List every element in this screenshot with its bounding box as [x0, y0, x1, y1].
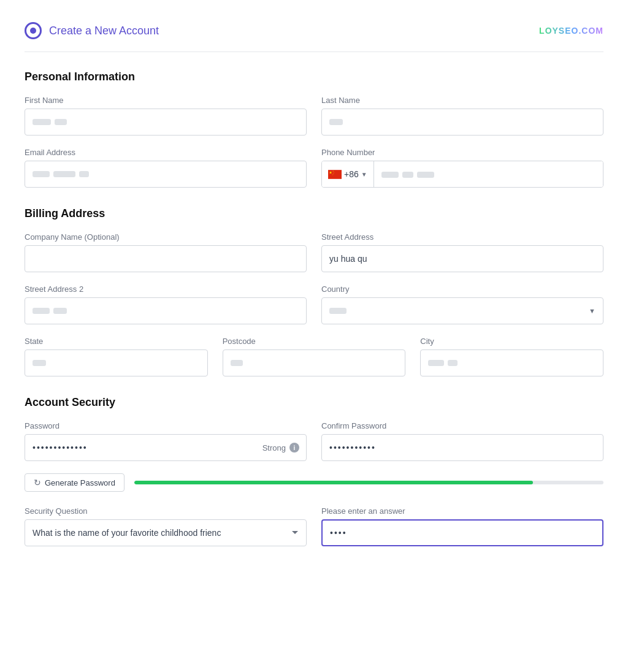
password-strength-indicator: Strong i [262, 443, 299, 452]
city-label: City [420, 337, 603, 346]
password-group: Password Strong i [25, 421, 307, 461]
phone-group: Phone Number +86 ▼ [321, 148, 603, 188]
street-label: Street Address [321, 232, 603, 242]
phone-label: Phone Number [321, 148, 603, 157]
phone-country-selector[interactable]: +86 ▼ [322, 161, 374, 187]
state-group: State [25, 337, 208, 376]
security-question-label: Security Question [25, 506, 307, 516]
security-question-row: Security Question What is the name of yo… [25, 506, 603, 546]
company-input[interactable] [25, 245, 307, 272]
password-row: Password Strong i Confirm Password [25, 421, 603, 461]
country-label: Country [321, 284, 603, 294]
svg-rect-0 [328, 170, 342, 179]
street2-input[interactable] [25, 297, 307, 324]
security-answer-input[interactable] [321, 519, 603, 546]
company-label: Company Name (Optional) [25, 232, 307, 242]
phone-field: +86 ▼ [321, 161, 603, 188]
city-group: City [420, 337, 603, 376]
security-question-select[interactable]: What is the name of your favorite childh… [25, 519, 307, 546]
account-icon [25, 22, 42, 39]
name-row: First Name Last Name [25, 96, 603, 136]
confirm-password-group: Confirm Password [321, 421, 603, 461]
email-input[interactable] [25, 161, 307, 188]
security-answer-group: Please enter an answer [321, 506, 603, 546]
strength-label: Strong [262, 443, 286, 452]
page-header: Create a New Account LOYSEO.COM [25, 12, 603, 52]
street2-label: Street Address 2 [25, 284, 307, 294]
street2-group: Street Address 2 [25, 284, 307, 324]
state-label: State [25, 337, 208, 346]
street-group: Street Address [321, 232, 603, 272]
personal-section-title: Personal Information [25, 71, 603, 83]
last-name-input[interactable] [321, 109, 603, 136]
last-name-label: Last Name [321, 96, 603, 105]
strength-fill [134, 481, 533, 484]
confirm-password-label: Confirm Password [321, 421, 603, 430]
refresh-icon: ↻ [34, 478, 41, 487]
email-group: Email Address [25, 148, 307, 188]
first-name-label: First Name [25, 96, 307, 105]
generate-row: ↻ Generate Password [25, 473, 603, 492]
state-input[interactable] [25, 349, 208, 376]
billing-address-section: Billing Address Company Name (Optional) … [25, 207, 603, 376]
security-question-group: Security Question What is the name of yo… [25, 506, 307, 546]
generate-btn-label: Generate Password [45, 478, 115, 487]
company-group: Company Name (Optional) [25, 232, 307, 272]
billing-row-1: Company Name (Optional) Street Address [25, 232, 603, 272]
street-input[interactable] [321, 245, 603, 272]
first-name-input[interactable] [25, 109, 307, 136]
phone-number-input[interactable] [374, 161, 603, 188]
first-name-group: First Name [25, 96, 307, 136]
security-section-title: Account Security [25, 396, 603, 409]
country-select[interactable]: ▼ [321, 297, 603, 324]
billing-row-2: Street Address 2 Country ▼ [25, 284, 603, 324]
billing-section-title: Billing Address [25, 207, 603, 220]
postcode-group: Postcode [223, 337, 406, 376]
watermark: LOYSEO.COM [539, 26, 603, 36]
postcode-label: Postcode [223, 337, 406, 346]
country-chevron-icon: ▼ [589, 307, 595, 315]
city-input[interactable] [420, 349, 603, 376]
generate-password-button[interactable]: ↻ Generate Password [25, 473, 124, 492]
confirm-password-input[interactable] [321, 434, 603, 461]
password-wrapper: Strong i [25, 434, 307, 461]
personal-information-section: Personal Information First Name Last Nam… [25, 71, 603, 188]
china-flag-icon [328, 170, 342, 179]
postcode-input[interactable] [223, 349, 406, 376]
header-left: Create a New Account [25, 22, 159, 39]
page-title: Create a New Account [49, 25, 159, 37]
chevron-down-icon: ▼ [361, 171, 367, 178]
country-code: +86 [344, 169, 359, 179]
country-group: Country ▼ [321, 284, 603, 324]
strength-bar [134, 481, 603, 484]
strength-info-icon: i [289, 443, 299, 452]
password-label: Password [25, 421, 307, 430]
contact-row: Email Address Phone Number [25, 148, 603, 188]
security-answer-label: Please enter an answer [321, 506, 603, 516]
account-security-section: Account Security Password Strong i Confi… [25, 396, 603, 546]
billing-row-3: State Postcode City [25, 337, 603, 376]
last-name-group: Last Name [321, 96, 603, 136]
email-label: Email Address [25, 148, 307, 157]
